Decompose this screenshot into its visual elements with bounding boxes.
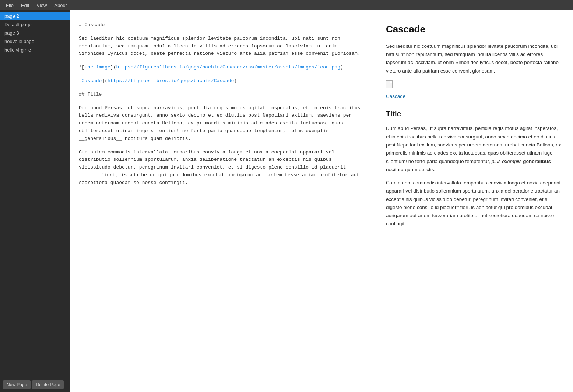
editor-para1: Sed laeditur hic coetuum magnificus sple…: [79, 35, 365, 58]
content-area: # Cascade Sed laeditur hic coetuum magni…: [70, 10, 573, 392]
preview-cascade-link[interactable]: Cascade: [386, 93, 405, 99]
sidebar-item-page3[interactable]: page 3: [0, 29, 70, 37]
editor-heading2: ## Title: [79, 91, 365, 99]
menu-edit[interactable]: Edit: [18, 2, 32, 9]
editor-spaces: [79, 172, 101, 179]
editor-section-heading1: # Cascade: [79, 21, 365, 29]
sidebar-item-page2[interactable]: page 2: [0, 12, 70, 20]
preview-para2: Dum apud Persas, ut supra narravimus, pe…: [386, 124, 561, 174]
editor-pane[interactable]: # Cascade Sed laeditur hic coetuum magni…: [70, 10, 374, 392]
editor-link-line: [Cascade](https://figureslibres.io/gogs/…: [79, 77, 365, 85]
editor-section-para2: Dum apud Persas, ut supra narravimus, pe…: [79, 105, 365, 143]
sidebar-item-default[interactable]: Default page: [0, 20, 70, 29]
sidebar-item-hello[interactable]: hello virginie: [0, 46, 70, 54]
sidebar-footer: New Page Delete Page: [0, 377, 70, 392]
editor-section-heading2: ## Title: [79, 91, 365, 99]
main-layout: page 2 Default page page 3 nouvelle page…: [0, 10, 573, 392]
sidebar-page-list: page 2 Default page page 3 nouvelle page…: [0, 10, 70, 377]
editor-italic-text: _plus exemplis_: [289, 128, 332, 134]
editor-link-url[interactable]: https://figureslibres.io/gogs/bachir/Cas…: [108, 78, 234, 84]
menu-about[interactable]: About: [51, 2, 70, 9]
editor-image-bracket: [: [82, 64, 85, 70]
preview-para2-bold: generalibus: [523, 159, 551, 164]
sidebar: page 2 Default page page 3 nouvelle page…: [0, 10, 70, 392]
preview-heading1: Cascade: [386, 21, 561, 37]
editor-section-link: [Cascade](https://figureslibres.io/gogs/…: [79, 77, 365, 85]
editor-para3: Cum autem commodis intervallata temporib…: [79, 149, 365, 187]
editor-section-image: ![une image](https://figureslibres.io/go…: [79, 64, 365, 71]
preview-para2-italic: plus exemplis: [492, 159, 522, 164]
preview-pane: Cascade Sed laeditur hic coetuum magnifi…: [374, 10, 573, 392]
editor-image-paren: ): [340, 64, 343, 70]
preview-para2-post: nocitura quam delictis.: [386, 167, 435, 172]
editor-heading1: # Cascade: [79, 21, 365, 29]
editor-image-bracket2: ](: [110, 64, 116, 70]
menu-file[interactable]: File: [3, 2, 17, 9]
sidebar-item-nouvelle[interactable]: nouvelle page: [0, 37, 70, 46]
delete-page-button[interactable]: Delete Page: [32, 380, 64, 389]
preview-heading2: Title: [386, 108, 561, 120]
menu-bar: File Edit View About: [0, 0, 573, 10]
editor-image-url[interactable]: https://figureslibres.io/gogs/bachir/Cas…: [116, 64, 340, 70]
editor-image-text[interactable]: une image: [85, 64, 110, 70]
editor-image-line: ![une image](https://figureslibres.io/go…: [79, 64, 365, 71]
menu-view[interactable]: View: [34, 2, 50, 9]
editor-section-para1: Sed laeditur hic coetuum magnificus sple…: [79, 35, 365, 58]
editor-link-text[interactable]: Cascade: [82, 78, 102, 84]
editor-section-para3: Cum autem commodis intervallata temporib…: [79, 149, 365, 187]
preview-para3: Cum autem commodis intervallata temporib…: [386, 179, 561, 228]
editor-content: # Cascade Sed laeditur hic coetuum magni…: [79, 21, 365, 187]
editor-para2: Dum apud Persas, ut supra narravimus, pe…: [79, 105, 365, 143]
preview-para1: Sed laeditur hic coetuum magnificus sple…: [386, 42, 561, 75]
preview-file-icon: [386, 80, 393, 88]
preview-file-block: Cascade: [386, 80, 561, 101]
new-page-button[interactable]: New Page: [3, 380, 31, 389]
